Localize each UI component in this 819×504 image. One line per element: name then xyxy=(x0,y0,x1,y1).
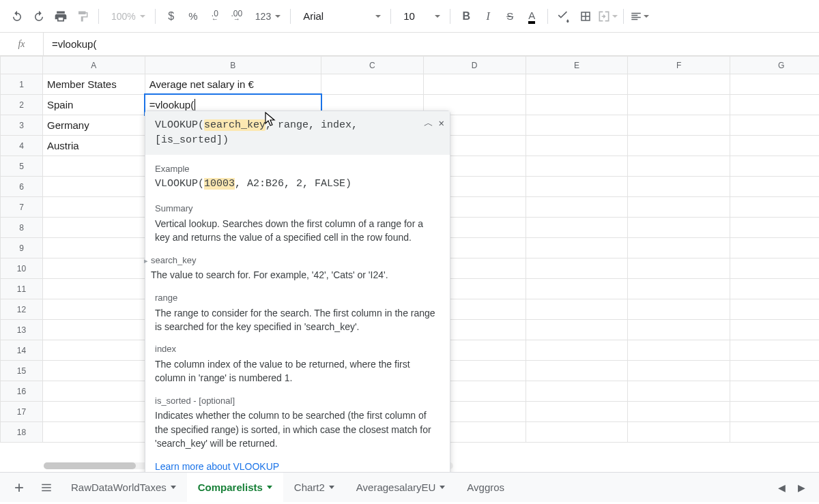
text-color-button[interactable]: A xyxy=(521,6,542,27)
col-header-G[interactable]: G xyxy=(730,57,819,74)
horizontal-align-button[interactable] xyxy=(629,6,650,27)
row-header-13[interactable]: 13 xyxy=(1,320,43,340)
cell-E13[interactable] xyxy=(526,320,628,340)
format-percent-button[interactable]: % xyxy=(183,6,203,27)
fx-icon[interactable]: fx xyxy=(0,33,44,55)
cell-A15[interactable] xyxy=(42,361,145,381)
row-header-2[interactable]: 2 xyxy=(1,95,43,115)
cell-E15[interactable] xyxy=(526,361,628,381)
strikethrough-button[interactable]: S xyxy=(500,6,520,27)
all-sheets-button[interactable] xyxy=(33,474,60,501)
sheet-tab-comparelists[interactable]: Comparelists xyxy=(187,473,283,503)
spreadsheet-grid[interactable]: A B C D E F G 1Member StatesAverage net … xyxy=(0,56,819,472)
undo-button[interactable] xyxy=(7,6,27,27)
cell-G6[interactable] xyxy=(730,177,819,197)
cell-F5[interactable] xyxy=(628,156,730,177)
cell-B1[interactable]: Average net salary in € xyxy=(145,74,321,95)
cell-G12[interactable] xyxy=(730,299,819,320)
cell-A10[interactable] xyxy=(42,258,145,279)
increase-decimal-button[interactable]: .00→ xyxy=(227,6,247,27)
redo-button[interactable] xyxy=(29,6,49,27)
cell-E2[interactable] xyxy=(526,95,628,115)
row-header-16[interactable]: 16 xyxy=(1,381,43,402)
collapse-tooltip-button[interactable]: ︿ xyxy=(424,117,433,130)
decrease-decimal-button[interactable]: .0← xyxy=(205,6,225,27)
col-header-F[interactable]: F xyxy=(628,57,730,74)
cell-A5[interactable] xyxy=(42,156,145,177)
cell-E11[interactable] xyxy=(526,279,628,299)
sheet-tab-avggros[interactable]: Avggros xyxy=(456,473,515,503)
cell-G9[interactable] xyxy=(730,238,819,258)
col-header-B[interactable]: B xyxy=(145,57,321,74)
cell-F18[interactable] xyxy=(628,422,730,443)
col-header-D[interactable]: D xyxy=(423,57,526,74)
col-header-E[interactable]: E xyxy=(526,57,628,74)
row-header-4[interactable]: 4 xyxy=(1,136,43,156)
cell-A12[interactable] xyxy=(42,299,145,320)
row-header-15[interactable]: 15 xyxy=(1,361,43,381)
cell-G13[interactable] xyxy=(730,320,819,340)
row-header-5[interactable]: 5 xyxy=(1,156,43,177)
cell-E9[interactable] xyxy=(526,238,628,258)
cell-F16[interactable] xyxy=(628,381,730,402)
row-header-7[interactable]: 7 xyxy=(1,197,43,218)
paint-format-button[interactable] xyxy=(72,6,93,27)
cell-F7[interactable] xyxy=(628,197,730,218)
cell-A9[interactable] xyxy=(42,238,145,258)
cell-G1[interactable] xyxy=(730,74,819,95)
cell-A18[interactable] xyxy=(42,422,145,443)
cell-A2[interactable]: Spain xyxy=(42,95,145,115)
tabs-scroll-left-button[interactable]: ◀ xyxy=(778,482,786,493)
cell-F1[interactable] xyxy=(628,74,730,95)
cell-F14[interactable] xyxy=(628,340,730,361)
row-header-8[interactable]: 8 xyxy=(1,218,43,238)
cell-E7[interactable] xyxy=(526,197,628,218)
cell-G14[interactable] xyxy=(730,340,819,361)
cell-G4[interactable] xyxy=(730,136,819,156)
cell-G18[interactable] xyxy=(730,422,819,443)
font-dropdown[interactable]: Arial xyxy=(296,6,385,27)
cell-G5[interactable] xyxy=(730,156,819,177)
cell-E6[interactable] xyxy=(526,177,628,197)
cell-E4[interactable] xyxy=(526,136,628,156)
cell-F12[interactable] xyxy=(628,299,730,320)
cell-F11[interactable] xyxy=(628,279,730,299)
row-header-18[interactable]: 18 xyxy=(1,422,43,443)
row-header-12[interactable]: 12 xyxy=(1,299,43,320)
font-size-dropdown[interactable]: 10 xyxy=(397,6,444,27)
cell-F2[interactable] xyxy=(628,95,730,115)
cell-G3[interactable] xyxy=(730,115,819,136)
col-header-A[interactable]: A xyxy=(42,57,145,74)
cell-E5[interactable] xyxy=(526,156,628,177)
cell-E3[interactable] xyxy=(526,115,628,136)
cell-F8[interactable] xyxy=(628,218,730,238)
sheet-tab-avgsalary[interactable]: AveragesalaryEU xyxy=(345,473,456,503)
merge-cells-button[interactable] xyxy=(597,6,618,27)
cell-E12[interactable] xyxy=(526,299,628,320)
cell-A14[interactable] xyxy=(42,340,145,361)
cell-D1[interactable] xyxy=(423,74,526,95)
row-header-14[interactable]: 14 xyxy=(1,340,43,361)
cell-E17[interactable] xyxy=(526,402,628,422)
row-header-9[interactable]: 9 xyxy=(1,238,43,258)
cell-G11[interactable] xyxy=(730,279,819,299)
fill-color-button[interactable] xyxy=(554,6,574,27)
row-header-17[interactable]: 17 xyxy=(1,402,43,422)
cell-A13[interactable] xyxy=(42,320,145,340)
cell-A1[interactable]: Member States xyxy=(42,74,145,95)
italic-button[interactable]: I xyxy=(478,6,498,27)
close-tooltip-button[interactable]: ✕ xyxy=(439,117,444,130)
cell-F13[interactable] xyxy=(628,320,730,340)
cell-F4[interactable] xyxy=(628,136,730,156)
format-currency-button[interactable]: $ xyxy=(161,6,182,27)
cell-A17[interactable] xyxy=(42,402,145,422)
borders-button[interactable] xyxy=(575,6,596,27)
cell-E10[interactable] xyxy=(526,258,628,279)
row-header-3[interactable]: 3 xyxy=(1,115,43,136)
sheet-tab-rawdata[interactable]: RawDataWorldTaxes xyxy=(60,473,187,503)
cell-G15[interactable] xyxy=(730,361,819,381)
add-sheet-button[interactable]: + xyxy=(5,474,33,501)
cell-F17[interactable] xyxy=(628,402,730,422)
cell-F9[interactable] xyxy=(628,238,730,258)
cell-A8[interactable] xyxy=(42,218,145,238)
